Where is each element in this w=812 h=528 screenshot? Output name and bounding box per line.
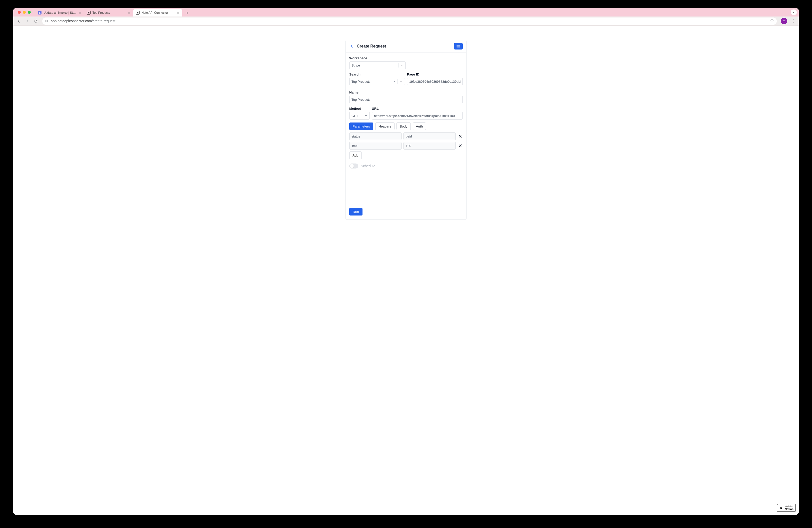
app-favicon-icon: N — [136, 11, 140, 15]
back-button[interactable] — [15, 17, 22, 25]
new-tab-button[interactable] — [184, 10, 191, 16]
tabs: S Update an invoice | Stripe API N Top P… — [35, 8, 191, 16]
close-window-button[interactable] — [18, 11, 21, 14]
tab-title: Update an invoice | Stripe API — [44, 11, 76, 15]
close-tab-icon[interactable] — [176, 11, 180, 15]
page-content: Create Request Workspace Stripe Search — [13, 26, 343, 222]
browser-window: S Update an invoice | Stripe API N Top P… — [13, 8, 343, 222]
tab-title: Note API Connector - App — [142, 11, 174, 15]
reload-button[interactable] — [32, 17, 39, 25]
close-tab-icon[interactable] — [78, 11, 82, 15]
address-bar[interactable]: app.noteapiconnector.com/create-request — [42, 17, 343, 25]
tab-top-products[interactable]: N Top Products — [84, 9, 133, 16]
toolbar: app.noteapiconnector.com/create-request … — [13, 16, 343, 26]
url-text: app.noteapiconnector.com/create-request — [51, 19, 115, 23]
forward-button[interactable] — [24, 17, 31, 25]
notion-favicon-icon: N — [87, 11, 91, 15]
tab-title: Top Products — [92, 11, 126, 15]
close-tab-icon[interactable] — [127, 11, 131, 15]
site-info-icon[interactable] — [45, 19, 49, 23]
stripe-favicon-icon: S — [38, 11, 42, 15]
tab-bar: S Update an invoice | Stripe API N Top P… — [13, 8, 343, 16]
plus-icon — [186, 11, 189, 15]
window-controls — [15, 11, 33, 14]
minimize-window-button[interactable] — [23, 11, 26, 14]
tab-note-api-connector[interactable]: N Note API Connector - App — [133, 9, 182, 16]
tab-stripe-api[interactable]: S Update an invoice | Stripe API — [35, 9, 84, 16]
maximize-window-button[interactable] — [28, 11, 31, 14]
